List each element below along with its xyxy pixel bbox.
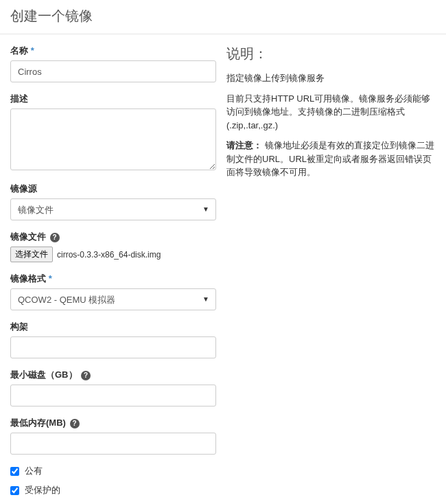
required-asterisk: * [49, 273, 52, 284]
question-icon: ? [70, 419, 80, 428]
protected-label: 受保护的 [25, 484, 60, 496]
public-checkbox[interactable] [10, 467, 19, 476]
modal-header: 创建一个镜像 [0, 0, 446, 34]
file-label: 镜像文件 ? [10, 231, 216, 243]
format-label-text: 镜像格式 [10, 273, 46, 284]
min-ram-label-text: 最低内存(MB) [10, 417, 66, 428]
file-label-text: 镜像文件 [10, 231, 46, 242]
help-paragraph-1: 指定镜像上传到镜像服务 [226, 71, 436, 85]
field-public: 公有 [10, 465, 216, 477]
selected-filename: cirros-0.3.3-x86_64-disk.img [57, 250, 161, 260]
format-select[interactable]: QCOW2 - QEMU 模拟器 [10, 288, 216, 310]
choose-file-button[interactable]: 选择文件 [10, 247, 53, 262]
help-paragraph-2: 目前只支持HTTP URL可用镜像。镜像服务必须能够访问到镜像地址。支持镜像的二… [226, 92, 436, 133]
required-asterisk: * [31, 45, 34, 56]
help-column: 说明： 指定镜像上传到镜像服务 目前只支持HTTP URL可用镜像。镜像服务必须… [216, 45, 436, 503]
field-name: 名称 * [10, 45, 216, 82]
field-description: 描述 [10, 93, 216, 172]
field-architecture: 构架 [10, 321, 216, 358]
field-min-ram: 最低内存(MB) ? [10, 417, 216, 455]
source-select[interactable]: 镜像文件 [10, 198, 216, 220]
source-label: 镜像源 [10, 183, 216, 195]
question-icon: ? [50, 233, 60, 242]
architecture-input[interactable] [10, 336, 216, 358]
form-column: 名称 * 描述 镜像源 镜像文件 镜像文件 ? 选择文件 ci [10, 45, 216, 503]
modal-title: 创建一个镜像 [10, 7, 436, 25]
min-ram-label: 最低内存(MB) ? [10, 417, 216, 429]
field-format: 镜像格式 * QCOW2 - QEMU 模拟器 [10, 273, 216, 310]
architecture-label: 构架 [10, 321, 216, 333]
name-input[interactable] [10, 60, 216, 82]
field-source: 镜像源 镜像文件 [10, 183, 216, 220]
field-protected: 受保护的 [10, 484, 216, 496]
min-disk-label: 最小磁盘（GB） ? [10, 369, 216, 381]
description-textarea[interactable] [10, 108, 216, 170]
protected-checkbox[interactable] [10, 486, 19, 495]
name-label-text: 名称 [10, 45, 28, 56]
min-ram-input[interactable] [10, 433, 216, 455]
help-paragraph-3: 请注意： 镜像地址必须是有效的直接定位到镜像二进制文件的URL。URL被重定向或… [226, 139, 436, 179]
min-disk-input[interactable] [10, 385, 216, 406]
help-title: 说明： [226, 45, 436, 63]
question-icon: ? [81, 371, 91, 380]
field-file: 镜像文件 ? 选择文件 cirros-0.3.3-x86_64-disk.img [10, 231, 216, 262]
format-label: 镜像格式 * [10, 273, 216, 285]
min-disk-label-text: 最小磁盘（GB） [10, 369, 78, 380]
modal-body: 名称 * 描述 镜像源 镜像文件 镜像文件 ? 选择文件 ci [0, 34, 446, 504]
field-min-disk: 最小磁盘（GB） ? [10, 369, 216, 406]
name-label: 名称 * [10, 45, 216, 57]
public-label: 公有 [25, 465, 43, 477]
description-label: 描述 [10, 93, 216, 105]
help-note-label: 请注意： [226, 140, 262, 150]
